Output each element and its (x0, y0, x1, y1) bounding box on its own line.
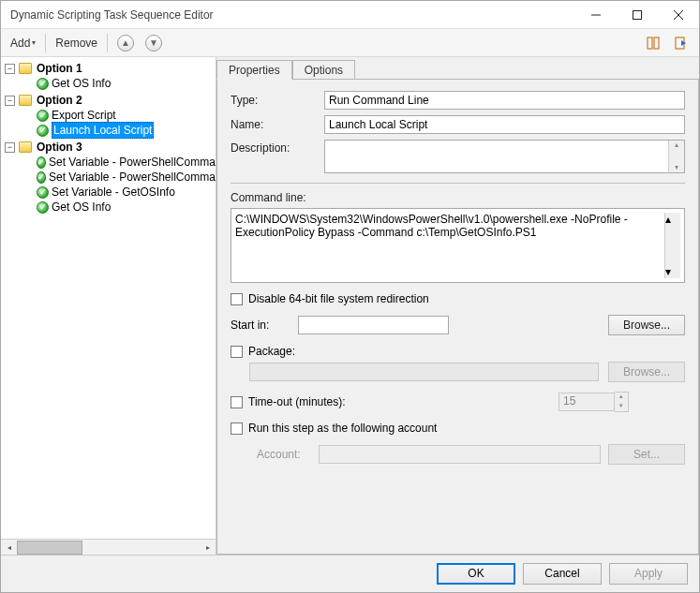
svg-rect-1 (633, 10, 642, 19)
check-icon: ✓ (37, 201, 49, 214)
title-bar: Dynamic Scripting Task Sequence Editor (1, 1, 699, 29)
move-down-button[interactable]: ▼ (141, 33, 166, 53)
command-line-field[interactable]: C:\WINDOWS\System32\WindowsPowerShell\v1… (231, 208, 685, 283)
arrow-up-icon: ▲ (117, 35, 134, 52)
detail-pane: Properties Options Type: Name: Descripti… (216, 57, 699, 555)
package-label: Package: (248, 345, 295, 358)
tree-item[interactable]: ✓ Set Variable - GetOSInfo (5, 185, 216, 200)
tree-item-label: Launch Local Script (52, 122, 154, 139)
move-up-button[interactable]: ▲ (113, 33, 138, 53)
check-icon: ✓ (37, 78, 49, 90)
add-button[interactable]: Add▾ (7, 33, 39, 53)
minimize-button[interactable] (575, 1, 617, 28)
runas-label: Run this step as the following account (248, 422, 437, 435)
tree-h-scrollbar[interactable]: ◂ ▸ (1, 539, 216, 555)
command-line-label: Command line: (231, 191, 685, 204)
command-scrollbar[interactable]: ▴ ▾ (664, 213, 680, 278)
type-field[interactable] (324, 91, 685, 110)
folder-icon (19, 95, 32, 106)
scroll-right-icon[interactable]: ▸ (200, 540, 216, 556)
tree-item[interactable]: ✓ Get OS Info (5, 200, 216, 215)
folder-icon (19, 63, 32, 74)
tab-options[interactable]: Options (292, 60, 355, 80)
task-tree[interactable]: − Option 1 ✓ Get OS Info − Option 2 (1, 57, 216, 539)
toolbar: Add▾ Remove ▲ ▼ (1, 29, 699, 57)
description-scrollbar[interactable]: ▴ ▾ (668, 141, 684, 172)
tab-properties[interactable]: Properties (216, 60, 292, 80)
check-icon: ✓ (37, 186, 49, 199)
scroll-down-icon[interactable]: ▾ (669, 163, 684, 172)
tree-item-label: Get OS Info (52, 76, 111, 91)
description-field[interactable]: ▴ ▾ (324, 140, 685, 173)
timeout-spinner: 15 ▴ ▾ (559, 392, 629, 412)
name-field[interactable] (324, 115, 685, 134)
tree-pane: − Option 1 ✓ Get OS Info − Option 2 (1, 57, 216, 555)
tree-group: − Option 3 ✓ Set Variable - PowerShellCo… (5, 140, 216, 215)
separator (45, 34, 46, 52)
tree-item-selected[interactable]: ✓ Launch Local Script (5, 123, 216, 138)
scroll-up-icon[interactable]: ▴ (665, 213, 680, 226)
collapse-icon[interactable]: − (5, 96, 15, 106)
browse-package-button: Browse... (608, 362, 685, 382)
layout-arrow-icon (673, 35, 690, 52)
maximize-button[interactable] (617, 1, 658, 28)
group-label: Option 2 (37, 93, 82, 108)
tree-item-label: Export Script (52, 108, 116, 123)
scroll-thumb[interactable] (17, 541, 82, 555)
collapse-icon[interactable]: − (5, 142, 15, 153)
ok-button[interactable]: OK (437, 563, 515, 585)
tree-group: − Option 1 ✓ Get OS Info (5, 61, 216, 91)
tree-item-label: Set Variable - PowerShellCommand (49, 170, 216, 185)
collapse-icon[interactable]: − (5, 64, 15, 74)
start-in-field[interactable] (298, 316, 449, 334)
account-field (319, 445, 601, 464)
browse-start-in-button[interactable]: Browse... (608, 315, 685, 335)
tab-strip: Properties Options (216, 57, 699, 80)
window: Dynamic Scripting Task Sequence Editor A… (0, 0, 700, 593)
tree-item-label: Get OS Info (52, 200, 111, 215)
folder-icon (19, 141, 32, 153)
disable-64bit-label: Disable 64-bit file system redirection (248, 292, 429, 305)
timeout-checkbox[interactable] (231, 396, 243, 408)
scroll-up-icon[interactable]: ▴ (669, 141, 684, 150)
package-checkbox[interactable] (231, 346, 243, 358)
tree-item[interactable]: ✓ Get OS Info (5, 76, 216, 91)
tree-node-option-1[interactable]: − Option 1 (5, 61, 216, 76)
cancel-button[interactable]: Cancel (523, 563, 602, 585)
tree-node-option-3[interactable]: − Option 3 (5, 140, 216, 155)
scroll-left-icon[interactable]: ◂ (1, 540, 17, 556)
spin-down-icon: ▾ (615, 402, 628, 411)
package-field (249, 363, 599, 381)
tool-icon-2[interactable] (669, 33, 693, 53)
type-label: Type: (231, 94, 324, 107)
properties-tab-content: Type: Name: Description: ▴ ▾ (216, 79, 699, 555)
start-in-label: Start in: (231, 319, 289, 332)
timeout-value: 15 (559, 393, 615, 411)
remove-button[interactable]: Remove (52, 33, 101, 53)
command-line-text: C:\WINDOWS\System32\WindowsPowerShell\v1… (235, 213, 664, 278)
window-buttons (575, 1, 699, 28)
description-label: Description: (231, 140, 324, 155)
layout-icon (645, 35, 662, 52)
tree-item[interactable]: ✓ Set Variable - PowerShellCommand (5, 170, 216, 185)
tree-item-label: Set Variable - GetOSInfo (52, 185, 175, 200)
scroll-down-icon[interactable]: ▾ (665, 265, 680, 278)
check-icon: ✓ (37, 171, 46, 184)
tree-item[interactable]: ✓ Set Variable - PowerShellCommand (5, 155, 216, 170)
tree-node-option-2[interactable]: − Option 2 (5, 93, 216, 108)
tree-group: − Option 2 ✓ Export Script ✓ Launch Loca… (5, 93, 216, 138)
spin-up-icon: ▴ (615, 393, 628, 402)
apply-button: Apply (609, 563, 688, 585)
tree-item[interactable]: ✓ Export Script (5, 108, 216, 123)
runas-checkbox[interactable] (231, 423, 243, 435)
divider (231, 183, 685, 184)
dialog-buttons: OK Cancel Apply (1, 555, 699, 592)
svg-rect-5 (654, 37, 659, 49)
group-label: Option 3 (37, 140, 82, 155)
disable-64bit-checkbox[interactable] (231, 293, 243, 305)
tree-item-label: Set Variable - PowerShellCommand (49, 155, 216, 170)
name-label: Name: (231, 118, 324, 131)
check-icon: ✓ (37, 110, 49, 122)
tool-icon-1[interactable] (641, 33, 665, 53)
close-button[interactable] (658, 1, 699, 28)
